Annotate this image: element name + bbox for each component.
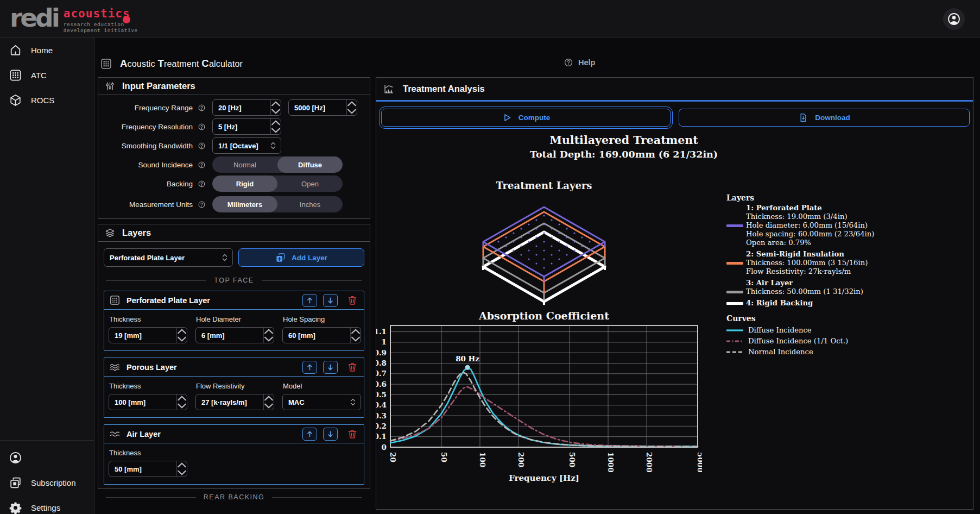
value: 5 [Hz]	[213, 119, 270, 134]
move-layer-up-button[interactable]	[302, 294, 317, 307]
thickness-input[interactable]: 19 [mm]	[109, 327, 187, 343]
copy-plus-icon	[275, 253, 286, 263]
sidebar-item-account[interactable]	[0, 445, 94, 470]
help-circle-icon[interactable]	[198, 180, 206, 188]
toggle-option-milimeters[interactable]: Milimeters	[212, 196, 277, 212]
delete-layer-button[interactable]	[347, 361, 358, 373]
legend-layer-detail: Hole diameter: 6.00mm (15/64in)	[746, 221, 971, 230]
svg-text:200: 200	[517, 452, 526, 467]
svg-text:0.1: 0.1	[376, 432, 387, 441]
legend-layer-title: 1: Perforated Plate	[746, 204, 971, 212]
toggle-option-normal[interactable]: Normal	[212, 156, 277, 173]
spin-down-button[interactable]	[347, 108, 357, 115]
chart-icon	[383, 83, 395, 95]
frequency-range-min-input[interactable]: 20 [Hz]	[212, 99, 281, 116]
help-circle-icon[interactable]	[198, 161, 206, 169]
sidebar-item-label: Home	[31, 46, 53, 55]
sidebar: HomeATCROCS SubscriptionSettings	[0, 37, 94, 514]
help-circle-icon[interactable]	[198, 200, 206, 209]
sidebar-item-subscription[interactable]: Subscription	[0, 470, 94, 495]
move-layer-up-button[interactable]	[302, 361, 317, 374]
spin-down-button[interactable]	[264, 335, 274, 343]
frequency-range-max-input[interactable]: 5000 [Hz]	[288, 99, 357, 116]
spin-down-button[interactable]	[271, 127, 281, 134]
compute-label: Compute	[519, 114, 551, 122]
move-layer-up-button[interactable]	[302, 428, 317, 441]
smoothing-bandwidth-select[interactable]: 1/1 [Octave]	[212, 137, 281, 154]
download-button[interactable]: Download	[679, 109, 970, 127]
frequency-resolution-input[interactable]: 5 [Hz]	[212, 118, 281, 135]
peak-annotation: 80 Hz	[456, 354, 479, 363]
model-select[interactable]: MAC	[282, 394, 361, 410]
spin-up-button[interactable]	[271, 119, 281, 127]
help-circle-icon[interactable]	[198, 104, 206, 112]
help-circle-icon[interactable]	[198, 123, 206, 131]
toggle-option-inches[interactable]: Inches	[277, 196, 343, 212]
logo-wordmark: redi	[10, 3, 58, 33]
spin-up-button[interactable]	[177, 328, 187, 335]
spin-up-button[interactable]	[264, 328, 274, 335]
value: 60 [mm]	[283, 328, 350, 343]
application: { "brand": { "name": "redi", "suffix": "…	[0, 0, 980, 514]
redi-acoustics-logo[interactable]: redi acoustics research educationdevelop…	[10, 3, 138, 33]
hole-spacing-input[interactable]: 60 [mm]	[282, 327, 361, 343]
value: 20 [Hz]	[213, 100, 270, 115]
hole-diameter-input[interactable]: 6 [mm]	[195, 327, 274, 343]
sidebar-item-atc[interactable]: ATC	[0, 62, 94, 87]
spin-down-button[interactable]	[351, 335, 361, 343]
curve-swatch-icon	[726, 329, 743, 332]
delete-layer-button[interactable]	[347, 294, 358, 306]
spin-down-button[interactable]	[177, 335, 187, 343]
spin-up-button[interactable]	[177, 394, 187, 402]
sidebar-item-rocs[interactable]: ROCS	[0, 87, 94, 112]
move-layer-down-button[interactable]	[323, 361, 338, 374]
sidebar-item-settings[interactable]: Settings	[0, 495, 94, 514]
param-row-measurement-units: Measurement UnitsMilimetersInches	[105, 196, 370, 212]
svg-text:0.6: 0.6	[376, 380, 387, 388]
legend-layer-detail: Thickness: 50.00mm (1 31/32in)	[746, 287, 971, 296]
svg-text:0.2: 0.2	[376, 422, 387, 430]
thickness-input[interactable]: 50 [mm]	[109, 461, 187, 477]
spin-down-button[interactable]	[264, 402, 274, 410]
spin-up-button[interactable]	[271, 100, 281, 108]
input-parameters-panel: Input Parameters Frequency Range20 [Hz]5…	[98, 77, 370, 219]
help-circle-icon[interactable]	[198, 142, 206, 150]
add-layer-button[interactable]: Add Layer	[238, 248, 364, 267]
spin-up-button[interactable]	[347, 100, 357, 108]
toggle-option-open[interactable]: Open	[277, 175, 343, 192]
toggle-option-rigid[interactable]: Rigid	[212, 175, 277, 192]
legend-layer-item: 3: Air LayerThickness: 50.00mm (1 31/32i…	[726, 279, 971, 296]
layers-icon	[105, 228, 115, 238]
move-layer-down-button[interactable]	[323, 428, 338, 441]
peak-marker	[465, 365, 470, 370]
spin-up-button[interactable]	[177, 461, 187, 469]
svg-text:500: 500	[568, 452, 577, 467]
user-avatar-button[interactable]	[943, 8, 965, 30]
field-thickness: Thickness19 [mm]	[109, 314, 187, 343]
sidebar-item-home[interactable]: Home	[0, 37, 94, 62]
value: MAC	[283, 398, 350, 406]
layers-legend: Layers 1: Perforated PlateThickness: 19.…	[726, 193, 971, 310]
spin-down-button[interactable]	[177, 469, 187, 477]
toggle-option-diffuse[interactable]: Diffuse	[277, 156, 343, 173]
spin-down-button[interactable]	[271, 108, 281, 115]
field-hole-diameter: Hole Diameter6 [mm]	[195, 314, 274, 343]
delete-layer-button[interactable]	[347, 428, 358, 440]
backing-toggle: RigidOpen	[212, 175, 343, 192]
thickness-input[interactable]: 100 [mm]	[109, 394, 187, 410]
compute-button[interactable]: Compute	[381, 109, 671, 127]
field-label: Flow Resistivity	[196, 382, 274, 390]
param-row-frequency-resolution: Frequency Resolution5 [Hz]	[105, 118, 370, 135]
move-layer-down-button[interactable]	[323, 294, 338, 307]
treatment-analysis-panel: Treatment Analysis Compute Download Mult…	[376, 77, 973, 510]
flow-resistivity-input[interactable]: 27 [k·rayls/m]	[195, 394, 274, 410]
layer-card-title: Porous Layer	[127, 363, 296, 372]
spin-down-button[interactable]	[177, 402, 187, 410]
spin-up-button[interactable]	[351, 328, 361, 335]
layer-type-select[interactable]: Perforated Plate Layer	[104, 248, 233, 267]
sound-incidence-toggle: NormalDiffuse	[212, 156, 343, 173]
spin-up-button[interactable]	[264, 394, 274, 402]
field-label: Thickness	[109, 382, 187, 390]
param-label: Backing	[105, 180, 193, 188]
help-button[interactable]: Help	[564, 58, 595, 67]
